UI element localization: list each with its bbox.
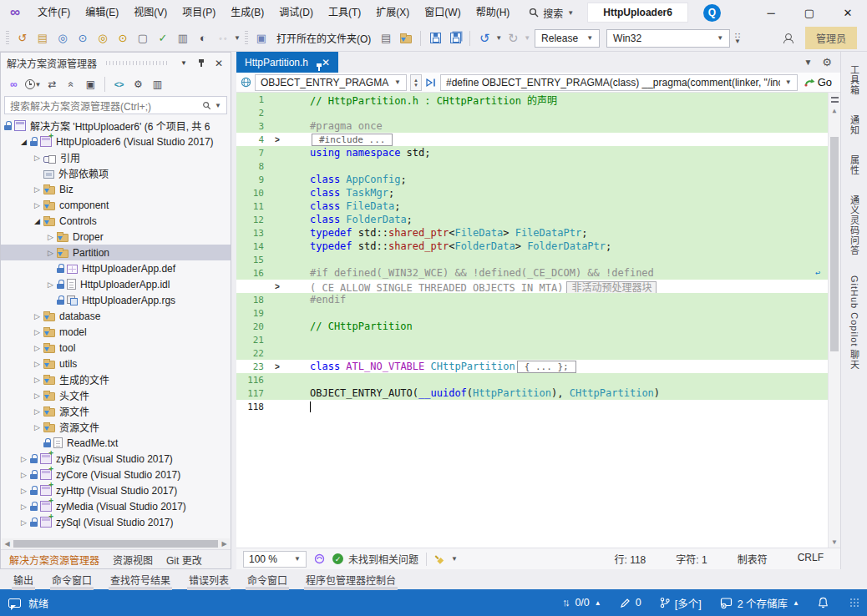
add-item-icon[interactable]: ▤ bbox=[33, 29, 52, 48]
go-to-previous-icon[interactable]: ◎ bbox=[94, 29, 112, 48]
column-indicator[interactable]: 字符: 1 bbox=[676, 552, 707, 566]
explorer-tab[interactable]: 资源视图 bbox=[106, 550, 160, 569]
expand-arrow-icon[interactable]: ▷ bbox=[31, 185, 43, 194]
eol-indicator[interactable]: CRLF bbox=[798, 552, 824, 566]
open-containing-folder-button[interactable]: 打开所在的文件夹(O) bbox=[272, 31, 375, 45]
tree-item[interactable]: ▷资源文件 bbox=[1, 419, 231, 435]
navbar-spinner[interactable]: ▲▼ bbox=[410, 74, 422, 91]
code-line[interactable]: 22 bbox=[236, 346, 840, 360]
tree-item[interactable]: ▷Droper bbox=[1, 229, 231, 245]
menu-item[interactable]: 视图(V) bbox=[126, 0, 175, 25]
menu-item[interactable]: 生成(B) bbox=[223, 0, 271, 25]
tree-item[interactable]: ▷头文件 bbox=[1, 387, 231, 403]
toolbar-grip[interactable] bbox=[6, 31, 9, 46]
menu-item[interactable]: 调试(D) bbox=[271, 0, 321, 25]
sync-namespaces-icon[interactable]: ↺ bbox=[13, 29, 32, 48]
tree-item[interactable]: ▷Biz bbox=[1, 181, 231, 197]
tree-item[interactable]: ◢HttpUploader6 (Visual Studio 2017) bbox=[1, 134, 231, 149]
tree-item[interactable]: ▷utils bbox=[1, 356, 231, 371]
unsaved-changes-indicator[interactable]: 0 bbox=[620, 597, 641, 608]
toolbar-overflow-caret-icon[interactable]: ▼ bbox=[234, 34, 241, 42]
code-line[interactable]: 7using namespace std; bbox=[236, 146, 840, 159]
pending-changes-filter-icon[interactable]: ▼ bbox=[24, 76, 42, 93]
expand-arrow-icon[interactable]: ▷ bbox=[31, 328, 43, 336]
scroll-up-icon[interactable]: ▲ bbox=[833, 105, 837, 116]
scrollbar-thumb[interactable] bbox=[830, 137, 839, 351]
undo-icon[interactable]: ↺ bbox=[475, 29, 494, 48]
expand-arrow-icon[interactable]: ▷ bbox=[31, 312, 43, 321]
code-line[interactable]: 116 bbox=[236, 373, 840, 386]
expand-arrow-icon[interactable]: ▷ bbox=[18, 502, 30, 511]
code-line[interactable]: 118 bbox=[236, 400, 840, 413]
resize-grip[interactable] bbox=[850, 598, 859, 607]
scrollbar-thumb[interactable] bbox=[13, 540, 218, 548]
preview-selected-items-icon[interactable]: ▥ bbox=[149, 76, 166, 93]
save-icon[interactable] bbox=[426, 29, 444, 48]
expand-arrow-icon[interactable]: ▷ bbox=[18, 471, 30, 479]
feedback-bubble-icon[interactable] bbox=[8, 598, 21, 608]
tree-item[interactable]: ReadMe.txt bbox=[1, 435, 231, 451]
menu-item[interactable]: 扩展(X) bbox=[368, 0, 417, 25]
outline-collapse-icon[interactable]: > bbox=[275, 362, 288, 371]
close-button[interactable]: ✕ bbox=[829, 0, 867, 25]
tree-item[interactable]: HttpUploaderApp.def bbox=[1, 260, 231, 276]
scope-dropdown[interactable]: OBJECT_ENTRY_PRAGMA ▼ bbox=[255, 74, 407, 91]
code-line[interactable]: 12class FolderData; bbox=[236, 213, 840, 226]
view-code-icon[interactable]: <> bbox=[110, 76, 128, 93]
incoming-outgoing-commits[interactable]: ↑↓ 0/0 ▲ bbox=[562, 597, 601, 608]
expand-arrow-icon[interactable]: ▷ bbox=[31, 391, 43, 400]
tree-item[interactable]: ▷zySql (Visual Studio 2017) bbox=[1, 514, 231, 530]
collapse-arrow-icon[interactable]: ◢ bbox=[31, 217, 43, 225]
collapsed-region-box[interactable]: #include ... bbox=[312, 134, 393, 146]
tool-window-tab[interactable]: 工具箱 bbox=[848, 65, 861, 95]
code-line[interactable]: 10class TaskMgr; bbox=[236, 186, 840, 199]
panel-tab[interactable]: 命令窗口 bbox=[45, 572, 99, 587]
expand-arrow-icon[interactable]: ▷ bbox=[44, 233, 57, 241]
copy-document-icon[interactable]: ▣ bbox=[252, 29, 271, 48]
code-line[interactable]: 2 bbox=[236, 106, 840, 119]
close-tab-icon[interactable]: ✕ bbox=[322, 57, 330, 68]
tree-item[interactable]: 外部依赖项 bbox=[1, 165, 231, 181]
undo-dropdown-icon[interactable]: ▼ bbox=[495, 34, 502, 42]
tree-item[interactable]: ▷源文件 bbox=[1, 403, 231, 419]
paste-special-icon[interactable]: ▥ bbox=[174, 29, 192, 48]
code-line[interactable]: 11class FileData; bbox=[236, 199, 840, 213]
scroll-down-icon[interactable]: ▼ bbox=[833, 537, 837, 548]
tree-item[interactable]: 解决方案 'HttpUploader6' (6 个项目, 共 6 bbox=[1, 118, 231, 134]
outline-collapse-icon[interactable]: > bbox=[275, 135, 288, 144]
scroll-left-icon[interactable]: ◀ bbox=[2, 540, 13, 548]
feedback-icon[interactable] bbox=[778, 29, 797, 48]
search-symbol-icon[interactable]: ⊙ bbox=[74, 29, 92, 48]
find-all-references-icon[interactable]: ◎ bbox=[53, 29, 72, 48]
pin-icon[interactable] bbox=[195, 58, 207, 68]
code-line[interactable]: 16#if defined(_WIN32_WCE) && !defined(_C… bbox=[236, 266, 840, 280]
split-editor-handle[interactable] bbox=[831, 97, 839, 103]
tree-item[interactable]: ▷model bbox=[1, 324, 231, 340]
expand-arrow-icon[interactable]: ▷ bbox=[31, 154, 43, 162]
sync-active-document-icon[interactable]: ⇄ bbox=[43, 76, 61, 93]
expand-arrow-icon[interactable]: ▷ bbox=[31, 407, 43, 416]
tree-item[interactable]: ▷zyBiz (Visual Studio 2017) bbox=[1, 451, 231, 467]
tool-window-tab[interactable]: 属性 bbox=[848, 155, 861, 175]
code-line[interactable]: 18#endif bbox=[236, 293, 840, 306]
settings-gear-icon[interactable]: ⚙ bbox=[822, 56, 832, 68]
collapsed-region-box[interactable]: { ... }; bbox=[517, 361, 576, 373]
menu-item[interactable]: 编辑(E) bbox=[78, 0, 126, 25]
code-line[interactable]: 19 bbox=[236, 306, 840, 320]
code-line[interactable]: 14typedef std::shared_ptr<FolderData> Fo… bbox=[236, 240, 840, 253]
close-panel-icon[interactable]: ✕ bbox=[213, 58, 225, 69]
code-line[interactable]: 117OBJECT_ENTRY_AUTO(__uuidof(HttpPartit… bbox=[236, 386, 840, 400]
document-tab[interactable]: HttpPartition.h ✕ bbox=[236, 52, 338, 73]
scrollbar-track[interactable] bbox=[829, 116, 840, 537]
expand-arrow-icon[interactable]: ▷ bbox=[31, 423, 43, 432]
repository-selector[interactable]: 2 个存储库 ▲ bbox=[720, 595, 799, 611]
document-health-indicator[interactable]: ✓ 未找到相关问题 bbox=[332, 552, 418, 566]
horizontal-scrollbar[interactable]: ◀ ▶ bbox=[2, 538, 230, 549]
tool-window-tab[interactable]: 通知 bbox=[848, 115, 861, 135]
tree-item[interactable]: ▷HttpUploaderApp.idl bbox=[1, 276, 231, 292]
vertical-scrollbar[interactable]: ▲ ▼ bbox=[828, 93, 840, 548]
member-dropdown[interactable]: #define OBJECT_ENTRY_PRAGMA(class) __pra… bbox=[440, 74, 798, 91]
platform-combobox[interactable]: Win32 ▼ bbox=[606, 29, 730, 48]
code-line[interactable]: 9class AppConfig; bbox=[236, 173, 840, 186]
notifications-bell-icon[interactable] bbox=[818, 597, 829, 608]
